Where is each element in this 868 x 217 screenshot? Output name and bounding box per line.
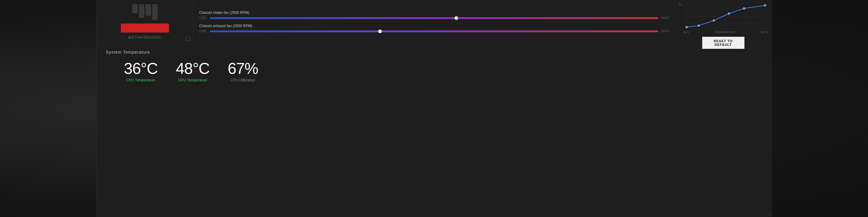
svg-point-15 — [764, 4, 766, 6]
mb-bar-4 — [152, 4, 158, 20]
chart-section: 0% — [675, 0, 771, 43]
fan-exhaust-track — [210, 30, 658, 32]
mb-red-bar — [121, 24, 169, 33]
fan-intake-track — [210, 17, 658, 19]
fan-exhaust-label: Chassis exhaust fan (2500 RPM) — [199, 24, 669, 28]
cpu-temp-value: 36°C — [124, 61, 158, 76]
fan-controls-section: Chassis intake fan (2500 RPM) LOW HIGH C… — [193, 0, 675, 43]
chart-axis-labels: 50°C TEMPERATURE 100°C — [684, 31, 768, 34]
resize-handle[interactable]: ⊿ — [768, 213, 770, 216]
svg-point-10 — [686, 26, 688, 28]
fan-control-intake: Chassis intake fan (2500 RPM) LOW HIGH — [199, 10, 669, 20]
chart-x-max: 100°C — [761, 31, 768, 34]
motherboard-label: MOTHERBOARD — [128, 36, 161, 39]
gpu-temp-label: GPU Temperature — [178, 78, 207, 82]
cpu-util-label: CPU Utilization — [231, 78, 255, 82]
svg-point-13 — [728, 13, 730, 14]
fan-intake-slider[interactable] — [210, 17, 658, 19]
mb-bar-2 — [139, 4, 144, 18]
fan-intake-thumb[interactable] — [455, 16, 458, 20]
cpu-util-value: 67% — [227, 61, 258, 76]
svg-point-11 — [698, 25, 700, 27]
fan-chart — [684, 3, 768, 30]
svg-point-12 — [713, 20, 715, 22]
motherboard-checkbox[interactable] — [186, 37, 190, 41]
fan-exhaust-slider-row: LOW HIGH — [199, 30, 669, 33]
fan-intake-low: LOW — [199, 16, 207, 20]
motherboard-section: MOTHERBOARD — [97, 0, 193, 43]
mb-bar-3 — [146, 4, 151, 16]
fan-intake-high: HIGH — [661, 16, 669, 20]
reset-to-default-button[interactable]: RESET TO DEFAULT — [702, 37, 744, 49]
top-section: MOTHERBOARD Chassis intake fan (2500 RPM… — [97, 0, 771, 44]
temp-metrics: 36°C CPU Temperature 48°C GPU Temperatur… — [106, 61, 762, 82]
system-temp-title: System Temperature — [106, 50, 762, 55]
system-temp-section: System Temperature 36°C CPU Temperature … — [97, 44, 771, 217]
fan-intake-slider-row: LOW HIGH — [199, 16, 669, 20]
chart-y-label: 0% — [678, 3, 682, 6]
fan-exhaust-slider[interactable] — [210, 30, 658, 32]
fan-exhaust-thumb[interactable] — [378, 30, 382, 33]
fan-exhaust-low: LOW — [199, 30, 207, 33]
metric-cpu-temp: 36°C CPU Temperature — [124, 61, 158, 82]
chart-x-min: 50°C — [684, 31, 689, 34]
main-panel: MOTHERBOARD Chassis intake fan (2500 RPM… — [96, 0, 772, 217]
svg-point-14 — [743, 7, 745, 9]
fan-control-exhaust: Chassis exhaust fan (2500 RPM) LOW HIGH — [199, 24, 669, 33]
gpu-temp-value: 48°C — [176, 61, 210, 76]
mb-bar-1 — [132, 4, 138, 13]
fan-exhaust-high: HIGH — [661, 30, 669, 33]
metric-gpu-temp: 48°C GPU Temperature — [176, 61, 210, 82]
mb-bars — [132, 4, 158, 20]
chart-x-mid: TEMPERATURE — [715, 31, 735, 34]
fan-intake-label: Chassis intake fan (2500 RPM) — [199, 10, 669, 15]
cpu-temp-label: CPU Temperature — [126, 78, 155, 82]
metric-cpu-util: 67% CPU Utilization — [227, 61, 258, 82]
